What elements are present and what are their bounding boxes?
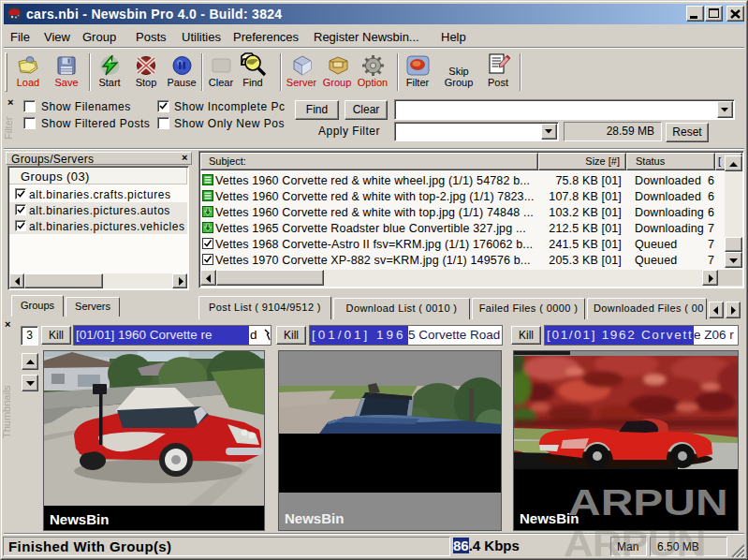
svg-text:NewsBin: NewsBin bbox=[50, 511, 109, 527]
svg-text:ARPUN: ARPUN bbox=[568, 482, 728, 523]
svg-text:NewsBin: NewsBin bbox=[285, 510, 344, 526]
